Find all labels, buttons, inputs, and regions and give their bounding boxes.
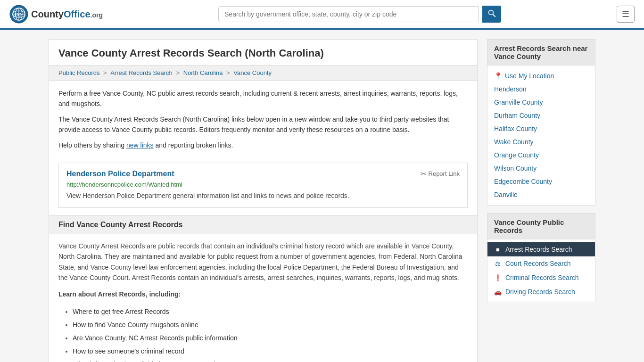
resource-url: http://hendersonncpolice.com/Wanted.html <box>66 181 460 188</box>
pr-criminal-records[interactable]: ❗ Criminal Records Search <box>487 271 595 285</box>
find-section-body: Vance County Arrest Records are public r… <box>49 234 477 362</box>
scissors-icon: ✂ <box>421 170 427 178</box>
pr-court-records[interactable]: ⚖ Court Records Search <box>487 256 595 271</box>
pr-driving-records[interactable]: 🚗 Driving Records Search <box>487 285 595 299</box>
list-item: How to see someone's criminal record <box>73 345 468 358</box>
intro-p3: Help others by sharing new links and rep… <box>58 140 468 150</box>
list-item: How to find Vance County mugshots online <box>73 318 468 331</box>
breadcrumb-arrest-records[interactable]: Arrest Records Search <box>110 69 173 76</box>
list-item: Durham County <box>487 109 595 122</box>
list-item: ■ Arrest Records Search <box>487 242 595 256</box>
nearby-henderson[interactable]: Henderson <box>487 82 595 96</box>
list-item: Henderson <box>487 82 595 96</box>
list-item: 🚗 Driving Records Search <box>487 285 595 299</box>
pr-label: Driving Records Search <box>505 288 575 296</box>
breadcrumb: Public Records > Arrest Records Search >… <box>49 65 477 81</box>
find-body-text: Vance County Arrest Records are public r… <box>58 241 468 283</box>
list-item: ❗ Criminal Records Search <box>487 271 595 285</box>
resource-card: Henderson Police Department ✂ Report Lin… <box>58 163 468 208</box>
court-records-icon: ⚖ <box>494 260 502 267</box>
intro-p2: The Vance County Arrest Records Search (… <box>58 114 468 135</box>
learn-heading: Learn about Arrest Records, including: <box>58 289 468 299</box>
nearby-label: Henderson <box>494 85 527 93</box>
public-records-header: Vance County Public Records <box>487 214 595 239</box>
location-dot-icon: 📍 <box>494 72 502 80</box>
public-records-section: Vance County Public Records ■ Arrest Rec… <box>487 213 595 302</box>
search-input[interactable] <box>218 6 479 22</box>
pr-arrest-records[interactable]: ■ Arrest Records Search <box>487 242 595 256</box>
nearby-wilson[interactable]: Wilson County <box>487 162 595 175</box>
list-item: Wilson County <box>487 162 595 175</box>
learn-list: Where to get free Arrest Records How to … <box>58 305 468 362</box>
nearby-label: Wilson County <box>494 165 537 172</box>
hamburger-button[interactable]: ☰ <box>617 6 635 23</box>
list-item: Are Vance County, NC Arrest Records publ… <box>73 331 468 345</box>
list-item: Halifax County <box>487 122 595 135</box>
nearby-section: Arrest Records Search near Vance County … <box>487 39 595 206</box>
breadcrumb-sep-2: > <box>176 69 181 76</box>
logo-area: CO CountyOffice.org <box>9 5 103 24</box>
resource-url-link[interactable]: http://hendersonncpolice.com/Wanted.html <box>66 181 182 188</box>
list-item: What information is available in an Arre… <box>73 358 468 362</box>
nearby-label: Wake County <box>494 138 534 146</box>
nearby-granville[interactable]: Granville County <box>487 96 595 109</box>
breadcrumb-nc[interactable]: North Carolina <box>183 69 223 76</box>
arrest-records-icon: ■ <box>494 246 502 253</box>
nearby-danville[interactable]: Danville <box>487 188 595 201</box>
main-wrapper: Vance County Arrest Records Search (Nort… <box>39 30 605 362</box>
search-button[interactable] <box>482 6 501 23</box>
list-item: ⚖ Court Records Search <box>487 256 595 271</box>
intro-p1: Perform a free Vance County, NC public a… <box>58 88 468 109</box>
breadcrumb-vance[interactable]: Vance County <box>233 69 272 76</box>
list-item: Danville <box>487 188 595 201</box>
list-item: Granville County <box>487 96 595 109</box>
nearby-label: Granville County <box>494 99 543 106</box>
public-records-list: ■ Arrest Records Search ⚖ Court Records … <box>487 239 595 302</box>
breadcrumb-sep-1: > <box>103 69 108 76</box>
list-item: Orange County <box>487 148 595 162</box>
nearby-wake[interactable]: Wake County <box>487 135 595 148</box>
resource-card-header: Henderson Police Department ✂ Report Lin… <box>66 170 460 178</box>
list-item: Wake County <box>487 135 595 148</box>
header: CO CountyOffice.org ☰ <box>0 0 644 30</box>
nearby-header: Arrest Records Search near Vance County <box>487 40 595 66</box>
list-item: 📍 Use My Location <box>487 69 595 82</box>
logo-text: CountyOffice.org <box>31 9 103 20</box>
breadcrumb-sep-3: > <box>226 69 231 76</box>
content-area: Vance County Arrest Records Search (Nort… <box>49 39 478 362</box>
pr-label: Court Records Search <box>505 260 571 267</box>
intro-p3-suffix: and reporting broken links. <box>154 141 233 149</box>
nearby-orange[interactable]: Orange County <box>487 148 595 162</box>
report-link-button[interactable]: ✂ Report Link <box>421 170 460 178</box>
page-title: Vance County Arrest Records Search (Nort… <box>49 40 477 65</box>
nearby-label: Edgecombe County <box>494 178 552 185</box>
resource-description: View Henderson Police Department general… <box>66 191 460 201</box>
intro-section: Perform a free Vance County, NC public a… <box>49 81 477 163</box>
pr-label: Arrest Records Search <box>505 246 572 253</box>
nearby-durham[interactable]: Durham County <box>487 109 595 122</box>
nearby-label: Danville <box>494 191 518 198</box>
svg-text:CO: CO <box>15 12 22 17</box>
nearby-label: Orange County <box>494 151 539 159</box>
breadcrumb-public-records[interactable]: Public Records <box>58 69 99 76</box>
resource-title-link[interactable]: Henderson Police Department <box>66 170 174 178</box>
list-item: Edgecombe County <box>487 175 595 188</box>
find-section: Find Vance County Arrest Records Vance C… <box>49 215 477 362</box>
pr-label: Criminal Records Search <box>505 274 579 281</box>
list-item: Where to get free Arrest Records <box>73 305 468 318</box>
report-link-label: Report Link <box>429 170 460 177</box>
criminal-records-icon: ❗ <box>494 274 502 281</box>
search-area <box>218 6 501 23</box>
new-links-link[interactable]: new links <box>126 141 154 149</box>
nearby-halifax[interactable]: Halifax County <box>487 122 595 135</box>
find-section-header: Find Vance County Arrest Records <box>49 215 477 234</box>
logo-icon: CO <box>9 5 28 24</box>
svg-line-8 <box>493 14 495 16</box>
intro-p3-prefix: Help others by sharing <box>58 141 126 149</box>
resource-title: Henderson Police Department <box>66 170 174 178</box>
sidebar: Arrest Records Search near Vance County … <box>487 39 595 362</box>
nearby-edgecombe[interactable]: Edgecombe County <box>487 175 595 188</box>
nearby-label: Use My Location <box>505 72 554 80</box>
nearby-use-my-location[interactable]: 📍 Use My Location <box>487 69 595 82</box>
nearby-list: 📍 Use My Location Henderson Granville Co… <box>487 66 595 205</box>
